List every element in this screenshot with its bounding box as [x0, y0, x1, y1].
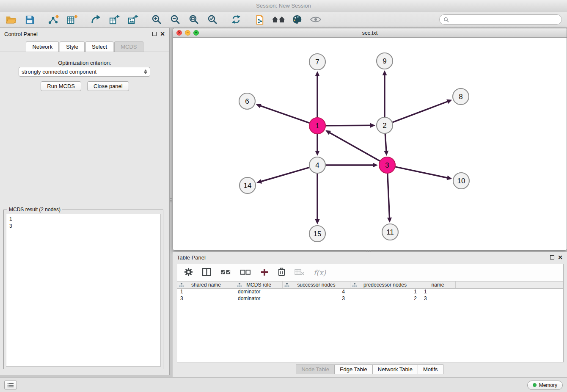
delete-table-icon: [295, 268, 304, 276]
minimize-window-icon[interactable]: −: [185, 30, 190, 36]
graph-edge-3-10[interactable]: [396, 167, 447, 178]
column-header-shared-name[interactable]: shared name: [177, 282, 235, 288]
select-all-button[interactable]: [220, 269, 231, 277]
graph-node-label: 8: [459, 93, 462, 101]
criterion-dropdown[interactable]: strongly connected component: [19, 67, 150, 77]
table-row[interactable]: 3dominator323: [177, 295, 563, 302]
import-network-button[interactable]: [44, 13, 63, 26]
graph-node-label: 3: [385, 161, 389, 169]
list-icon: [7, 383, 14, 388]
table-cell: 1: [177, 289, 235, 295]
graph-edge-1-6[interactable]: [261, 106, 309, 123]
columns-icon: [202, 268, 211, 276]
control-panel-title: Control Panel: [4, 31, 38, 37]
refresh-icon: [231, 14, 241, 25]
show-columns-button[interactable]: [202, 268, 211, 277]
task-history-button[interactable]: [4, 381, 17, 389]
float-panel-icon[interactable]: [152, 32, 157, 36]
deselect-all-button[interactable]: [240, 269, 251, 277]
zoom-out-button[interactable]: [166, 13, 184, 26]
column-type-icon: [284, 283, 289, 287]
function-builder-button[interactable]: f(x): [314, 268, 326, 277]
gear-icon: [184, 268, 193, 276]
column-header-name[interactable]: name: [420, 282, 456, 288]
tab-network[interactable]: Network: [26, 41, 59, 52]
visual-styles-button[interactable]: [288, 13, 306, 26]
column-header-predecessor-nodes[interactable]: predecessor nodes: [350, 282, 420, 288]
export-image-icon: [128, 14, 138, 25]
column-header-successor-nodes[interactable]: successor nodes: [283, 282, 350, 288]
tab-motifs[interactable]: Motifs: [418, 364, 443, 374]
table-settings-button[interactable]: [184, 268, 193, 278]
graph-node-label: 11: [386, 228, 394, 236]
float-table-panel-icon[interactable]: [550, 255, 554, 259]
graphics-details-button[interactable]: [306, 13, 325, 26]
delete-column-button[interactable]: [278, 268, 285, 278]
trash-icon: [278, 268, 285, 276]
save-button[interactable]: [20, 13, 39, 26]
graph-edge-arrowhead: [256, 104, 261, 108]
delete-table-button[interactable]: [295, 268, 304, 277]
zoom-in-button[interactable]: [147, 13, 166, 26]
export-network-button[interactable]: [86, 13, 105, 26]
mcds-result-title: MCDS result (2 nodes): [7, 207, 62, 213]
status-bar: Memory: [0, 378, 567, 392]
graph-node-label: 6: [245, 97, 249, 105]
zoom-fit-icon: [189, 14, 199, 25]
run-mcds-button[interactable]: Run MCDS: [41, 81, 81, 91]
tab-network-table[interactable]: Network Table: [372, 364, 418, 374]
save-icon: [25, 15, 35, 25]
close-panel-button[interactable]: Close panel: [87, 81, 129, 91]
open-button[interactable]: [2, 13, 20, 26]
table-cell: 1: [350, 289, 420, 295]
zoom-selected-button[interactable]: [203, 13, 222, 26]
export-table-button[interactable]: [105, 13, 124, 26]
memory-button[interactable]: Memory: [527, 381, 563, 390]
home-button[interactable]: [269, 13, 288, 26]
graph-edge-4-14[interactable]: [261, 168, 309, 182]
graph-edge-arrowhead: [447, 176, 452, 180]
import-table-button[interactable]: [63, 13, 81, 26]
memory-label: Memory: [539, 382, 557, 388]
tab-edge-table[interactable]: Edge Table: [334, 364, 373, 374]
zoom-window-icon[interactable]: +: [193, 30, 199, 36]
network-window-titlebar[interactable]: ✕ − + scc.txt: [173, 28, 567, 38]
graph-edge-arrowhead: [315, 219, 320, 224]
table-row[interactable]: 1dominator411: [177, 289, 563, 295]
graph-edge-2-3[interactable]: [385, 134, 386, 151]
tab-select[interactable]: Select: [85, 41, 113, 52]
mcds-result-text[interactable]: 1 3: [6, 214, 161, 367]
graph-node-label: 14: [244, 182, 252, 190]
graph-edge-2-8[interactable]: [393, 102, 447, 122]
tab-node-table[interactable]: Node Table: [296, 364, 335, 374]
column-header-mcds-role[interactable]: MCDS role: [235, 282, 283, 288]
network-window-title: scc.txt: [173, 30, 567, 36]
zoom-out-icon: [170, 14, 180, 25]
add-column-button[interactable]: [260, 268, 269, 278]
search-input[interactable]: [451, 17, 558, 23]
vertical-splitter[interactable]: [170, 195, 172, 206]
refresh-button[interactable]: [227, 13, 245, 26]
graph-edge-3-11[interactable]: [388, 174, 390, 218]
search-field[interactable]: [439, 14, 562, 25]
column-type-icon: [179, 283, 184, 287]
export-image-button[interactable]: [124, 13, 142, 26]
home-icon: [271, 15, 286, 24]
import-network-icon: [48, 14, 59, 25]
graph-edge-arrowhead: [315, 71, 320, 76]
network-canvas[interactable]: 7968124314101511: [173, 38, 567, 250]
window-title: Session: New Session: [256, 3, 311, 9]
control-panel: Control Panel ✕ Network Style Select MCD…: [0, 28, 170, 375]
tab-mcds[interactable]: MCDS: [114, 41, 143, 52]
graph-edge-arrowhead: [446, 99, 452, 104]
close-window-icon[interactable]: ✕: [176, 30, 182, 36]
zoom-fit-button[interactable]: [184, 13, 203, 26]
graph-edge-3-1[interactable]: [330, 133, 380, 161]
close-panel-icon[interactable]: ✕: [160, 32, 165, 36]
tab-style[interactable]: Style: [60, 41, 85, 52]
export-document-button[interactable]: [250, 13, 269, 26]
close-table-panel-icon[interactable]: ✕: [558, 255, 563, 259]
graph-edge-arrowhead: [256, 179, 262, 184]
search-icon: [443, 17, 449, 22]
graph-edge-1-2[interactable]: [326, 125, 370, 126]
